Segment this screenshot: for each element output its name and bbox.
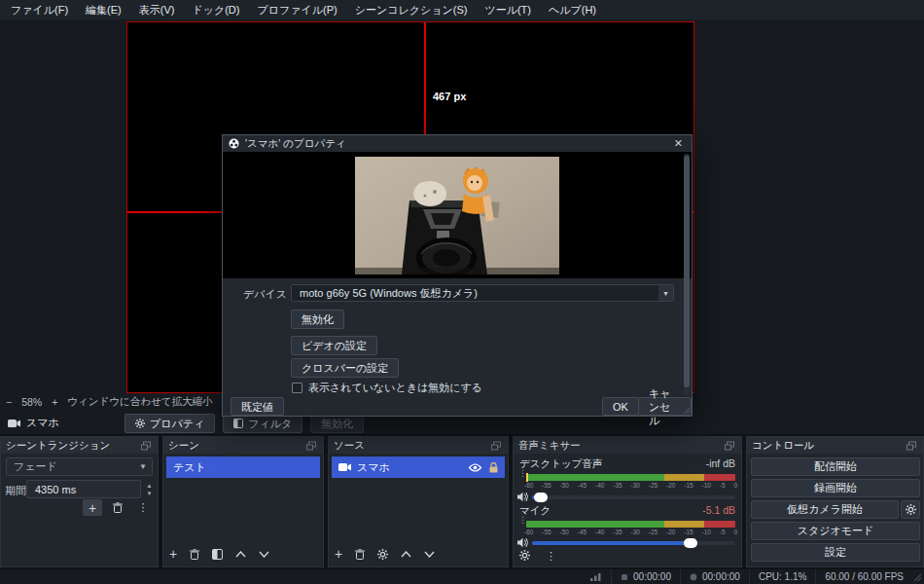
chevron-down-icon[interactable]: ▼ — [147, 491, 153, 496]
remove-scene-button[interactable] — [190, 549, 199, 560]
menu-view[interactable]: 表示(V) — [130, 0, 184, 19]
deactivate-button[interactable]: 無効化 — [291, 310, 344, 329]
selected-source-name: スマホ — [8, 416, 59, 430]
dock-float-icon[interactable] — [306, 441, 316, 451]
scene-list-item[interactable]: テスト — [166, 456, 320, 478]
transition-select[interactable]: フェード ▼ — [6, 457, 153, 476]
zoom-out-button[interactable]: − — [6, 396, 12, 408]
dock-float-icon[interactable] — [725, 441, 734, 451]
crossbar-config-button[interactable]: クロスバーの設定 — [291, 358, 399, 378]
studio-mode-button[interactable]: スタジオモード — [751, 522, 920, 540]
chevron-up-icon — [401, 551, 411, 558]
close-icon[interactable]: ✕ — [671, 137, 686, 150]
defaults-button[interactable]: 既定値 — [231, 397, 284, 416]
trash-icon — [190, 549, 199, 560]
filter-icon — [233, 419, 243, 428]
sources-toolbar: + — [335, 546, 435, 562]
source-properties-toolbar-button[interactable] — [377, 549, 388, 560]
transition-options-button[interactable]: ⋮ — [133, 499, 153, 516]
scenes-panel: シーン テスト + — [162, 436, 324, 567]
virtual-camera-config-button[interactable] — [901, 500, 920, 519]
mixer-settings-button[interactable] — [519, 550, 530, 563]
mixer-options-button[interactable]: ⋮ — [546, 550, 556, 563]
resize-grip[interactable] — [912, 572, 922, 582]
drag-handle-icon[interactable]: ⋮ — [518, 518, 521, 522]
transition-duration-input[interactable]: 4350 ms — [26, 480, 141, 498]
preview-zoom-bar: − 58% + ウィンドウに合わせて拡大縮小 ▼ — [6, 394, 230, 410]
volume-slider[interactable] — [532, 541, 735, 545]
start-recording-button[interactable]: 録画開始 — [751, 479, 920, 497]
slider-knob[interactable] — [684, 538, 697, 548]
duration-spinner[interactable]: ▲▼ — [143, 480, 156, 498]
panel-title: 音声ミキサー — [518, 439, 581, 453]
scene-move-up-button[interactable] — [235, 551, 246, 558]
mixer-toolbar: ⋮ — [519, 550, 556, 563]
remove-source-button[interactable] — [355, 549, 365, 560]
fit-to-window-label[interactable]: ウィンドウに合わせて拡大縮小 — [67, 395, 212, 409]
add-transition-button[interactable]: + — [83, 499, 102, 516]
checkbox-icon[interactable] — [292, 383, 302, 393]
volume-slider[interactable] — [532, 495, 735, 499]
chevron-up-icon[interactable]: ▲ — [147, 483, 153, 489]
deactivate-when-hidden-checkbox[interactable]: 表示されていないときは無効にする — [292, 381, 482, 395]
dialog-title-bar[interactable]: 'スマホ' のプロパティ ✕ — [223, 135, 692, 152]
add-scene-button[interactable]: + — [169, 546, 177, 562]
video-preview-area — [223, 152, 692, 278]
menu-scene-collection[interactable]: シーンコレクション(S) — [346, 0, 477, 19]
slider-knob[interactable] — [534, 493, 548, 502]
start-virtual-camera-button[interactable]: 仮想カメラ開始 — [751, 500, 899, 519]
trash-icon — [113, 502, 123, 513]
zoom-in-button[interactable]: + — [52, 396, 57, 408]
device-label: デバイス — [231, 287, 287, 302]
source-move-up-button[interactable] — [401, 551, 411, 558]
trash-icon — [355, 549, 365, 560]
sources-panel: ソース スマホ + — [328, 436, 509, 567]
panel-title: シーントランジション — [6, 439, 110, 453]
chevron-down-icon — [424, 551, 435, 558]
remove-transition-button[interactable] — [108, 499, 127, 516]
chevron-down-icon: ▼ — [658, 285, 673, 301]
volume-meter — [526, 521, 735, 528]
stream-status-icon — [621, 573, 628, 581]
menu-profile[interactable]: プロファイル(P) — [248, 0, 345, 19]
scenes-toolbar: + — [169, 546, 269, 562]
meter-scale: -60-55-50-45-40-35-30-25-20-15-10-50 — [524, 529, 737, 535]
lock-icon[interactable] — [489, 462, 498, 473]
source-move-down-button[interactable] — [424, 551, 435, 558]
scene-filters-button[interactable] — [212, 549, 223, 560]
scene-move-down-button[interactable] — [259, 551, 269, 558]
record-status-icon — [690, 573, 697, 581]
dock-float-icon[interactable] — [906, 441, 916, 451]
menu-tools[interactable]: ツール(T) — [476, 0, 540, 19]
zoom-level: 58% — [21, 396, 42, 408]
mixer-channel-level: -5.1 dB — [702, 504, 735, 516]
meter-level-marker — [526, 473, 528, 482]
menu-help[interactable]: ヘルプ(H) — [540, 0, 605, 19]
stream-timer: 00:00:00 — [611, 569, 680, 584]
dock-float-icon[interactable] — [141, 441, 151, 451]
drag-handle-icon[interactable]: ⋮ — [518, 471, 521, 475]
menu-file[interactable]: ファイル(F) — [2, 0, 77, 19]
dock-float-icon[interactable] — [491, 441, 501, 451]
fps-indicator: 60.00 / 60.00 FPS — [815, 569, 912, 584]
panel-title: コントロール — [752, 439, 814, 453]
guide-distance-label: 467 px — [433, 91, 466, 102]
eye-visible-icon[interactable] — [469, 463, 481, 472]
speaker-icon[interactable] — [517, 492, 529, 502]
device-combobox[interactable]: moto g66y 5G (Windows 仮想カメラ) ▼ — [291, 284, 674, 302]
dialog-scrollbar[interactable] — [684, 154, 690, 395]
network-status — [582, 569, 611, 584]
duration-label: 期間 — [5, 484, 26, 498]
source-list-item[interactable]: スマホ — [332, 456, 505, 478]
start-streaming-button[interactable]: 配信開始 — [751, 457, 920, 476]
menu-docks[interactable]: ドック(D) — [183, 0, 248, 19]
source-properties-button[interactable]: プロパティ — [124, 414, 215, 433]
menu-edit[interactable]: 編集(E) — [77, 0, 130, 19]
resize-grip[interactable] — [682, 406, 691, 415]
add-source-button[interactable]: + — [335, 546, 342, 562]
speaker-icon[interactable] — [517, 537, 529, 548]
ok-button[interactable]: OK — [602, 397, 639, 416]
settings-button[interactable]: 設定 — [751, 543, 920, 562]
video-config-button[interactable]: ビデオの設定 — [291, 336, 377, 355]
dialog-title: 'スマホ' のプロパティ — [245, 137, 346, 151]
